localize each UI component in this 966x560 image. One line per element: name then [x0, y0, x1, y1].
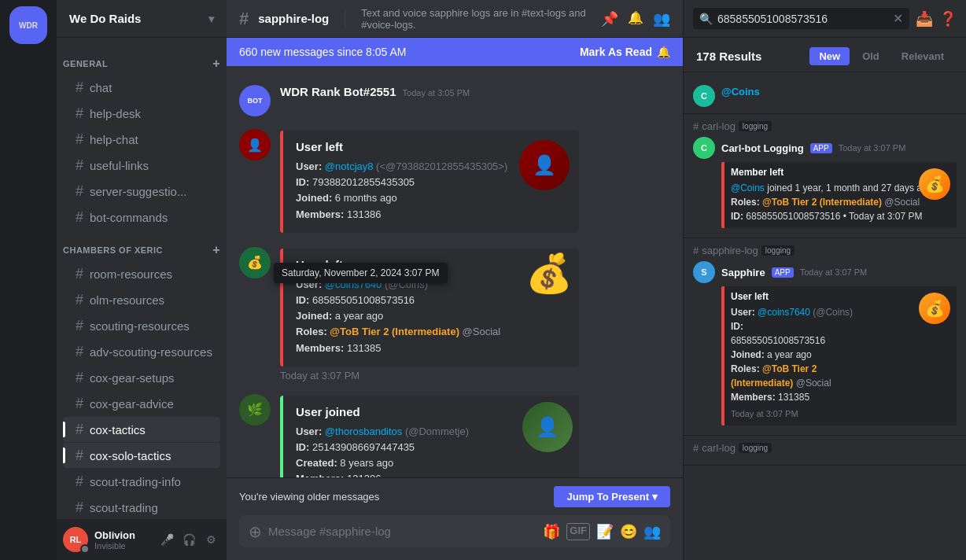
- embed-avatar-2: 💰: [239, 247, 271, 278]
- logging-tag-3: logging: [739, 443, 772, 453]
- result-embed-id-1: ID: 685855051008573516 • Today at 3:07 P…: [731, 209, 950, 223]
- sticker-icon[interactable]: 📝: [596, 523, 614, 540]
- sidebar-item-scout-trading-info[interactable]: # scout-trading-info: [63, 469, 220, 494]
- emoji-picker-icon[interactable]: 😊: [620, 523, 637, 540]
- sidebar-item-chat[interactable]: # chat: [63, 75, 220, 100]
- result-embed-user-2: User: @coins7640 (@Coins): [731, 305, 950, 319]
- gif-icon[interactable]: GIF: [566, 523, 590, 540]
- result-embed-roles-2: Roles: @ToB Tier 2(Intermediate) @Social: [731, 362, 950, 390]
- header-icons: 📌 🔔 👥: [601, 10, 670, 28]
- channel-label: scout-trading: [90, 501, 158, 514]
- right-panel: 🔍 ✕ 📥 ❓ 178 Results New Old Relevant C @…: [683, 0, 966, 560]
- logging-tag: logging: [739, 121, 772, 131]
- hash-icon: #: [693, 245, 699, 256]
- channel-sidebar: We Do Raids ▾ GENERAL + # chat # help-de…: [57, 0, 227, 560]
- server-icon-wdr[interactable]: WDR: [9, 6, 47, 44]
- user-avatar: RL: [63, 527, 88, 552]
- add-attachment-icon[interactable]: ⊕: [249, 516, 262, 547]
- hash-icon: #: [76, 318, 83, 334]
- notification-bar: 660 new messages since 8:05 AM Mark As R…: [227, 38, 683, 66]
- filter-old[interactable]: Old: [853, 47, 889, 65]
- channel-description: Text and voice sapphire logs are in #tex…: [361, 7, 592, 31]
- chevron-down-icon: ▾: [652, 491, 658, 503]
- main-chat: # sapphire-log Text and voice sapphire l…: [227, 0, 683, 560]
- sidebar-item-scout-trading[interactable]: # scout-trading: [63, 495, 220, 519]
- sidebar-item-cox-tactics[interactable]: # cox-tactics: [63, 417, 220, 442]
- msg-header: WDR Rank Bot#2551 Today at 3:05 PM: [280, 85, 470, 98]
- server-header[interactable]: We Do Raids ▾: [57, 0, 227, 38]
- embed-card-user-left-1: User left User: @notcjay8 (<@79388201285…: [280, 131, 579, 233]
- sidebar-item-olm-resources[interactable]: # olm-resources: [63, 287, 220, 312]
- close-search-icon[interactable]: ✕: [893, 11, 903, 26]
- notification-text: 660 new messages since 8:05 AM: [239, 46, 406, 58]
- result-item-sapphire-log: # sapphire-log logging S Sapphire APP To…: [684, 238, 966, 436]
- headphone-icon[interactable]: 🎧: [179, 530, 198, 549]
- jump-to-present-button[interactable]: Jump To Present ▾: [554, 486, 670, 507]
- older-messages-bar: You're viewing older messages Jump To Pr…: [227, 477, 683, 515]
- search-input[interactable]: [717, 13, 888, 25]
- msg-time: Today at 3:05 PM: [403, 88, 470, 98]
- settings-icon[interactable]: ⚙: [201, 530, 220, 549]
- mark-as-read-button[interactable]: Mark As Read 🔔: [580, 46, 670, 58]
- sidebar-item-room-resources[interactable]: # room-resources: [63, 261, 220, 286]
- results-count: 178 Results: [696, 50, 761, 63]
- pin-icon[interactable]: 📌: [601, 10, 618, 28]
- sidebar-item-help-desk[interactable]: # help-desk: [63, 101, 220, 126]
- help-icon[interactable]: ❓: [939, 10, 957, 28]
- channel-label: room-resources: [90, 267, 172, 281]
- chat-header: # sapphire-log Text and voice sapphire l…: [227, 0, 683, 38]
- members-icon[interactable]: 👥: [653, 10, 670, 28]
- microphone-icon[interactable]: 🎤: [157, 530, 176, 549]
- result-avatar-2: S: [693, 261, 715, 283]
- server-name: We Do Raids: [69, 12, 141, 25]
- result-embed-members-2: Members: 131385: [731, 390, 950, 404]
- sidebar-item-server-suggestions[interactable]: # server-suggestio...: [63, 179, 220, 204]
- sidebar-item-scouting-resources[interactable]: # scouting-resources: [63, 313, 220, 338]
- sidebar-item-adv-scouting[interactable]: # adv-scouting-resources: [63, 339, 220, 364]
- bell-slash-icon[interactable]: 🔔: [628, 10, 643, 28]
- result-embed-1: Member left @Coins joined 1 year, 1 mont…: [721, 162, 957, 228]
- result-author-1: Carl-bot Logging: [721, 142, 804, 154]
- channels-list: GENERAL + # chat # help-desk # help-chat…: [57, 38, 227, 519]
- add-channel-icon-cox[interactable]: +: [212, 243, 220, 257]
- hash-icon: #: [76, 209, 83, 226]
- filter-relevant[interactable]: Relevant: [892, 47, 953, 65]
- embed-avatar-1: 👤: [239, 129, 271, 160]
- server-icon-text: WDR: [19, 21, 38, 30]
- message-input[interactable]: [268, 515, 536, 547]
- embed-field-id-3: ID: 251439086697447435: [296, 440, 566, 455]
- hash-icon: #: [76, 131, 83, 148]
- user-controls: 🎤 🎧 ⚙: [157, 530, 220, 549]
- embed-field-roles-2: Roles: @ToB Tier 2 (Intermediate) @Socia…: [296, 325, 566, 339]
- channel-label: cox-gear-setups: [90, 371, 175, 385]
- channel-label: help-chat: [90, 133, 138, 146]
- sidebar-item-useful-links[interactable]: # useful-links: [63, 153, 220, 178]
- category-general: GENERAL +: [57, 44, 227, 74]
- result-channel-carl-log: # carl-log logging: [693, 120, 957, 132]
- channel-label: cox-solo-tactics: [90, 449, 171, 462]
- messages-area[interactable]: BOT WDR Rank Bot#2551 Today at 3:05 PM S…: [227, 66, 683, 477]
- sidebar-item-cox-gear-advice[interactable]: # cox-gear-advice: [63, 391, 220, 416]
- gift-icon[interactable]: 🎁: [543, 523, 560, 540]
- sidebar-item-cox-solo-tactics[interactable]: # cox-solo-tactics: [63, 443, 220, 468]
- sidebar-item-cox-gear-setups[interactable]: # cox-gear-setups: [63, 365, 220, 390]
- hash-icon: #: [76, 344, 83, 360]
- filter-new[interactable]: New: [809, 47, 850, 65]
- channel-label: olm-resources: [90, 293, 164, 307]
- message-group-user-joined: 🌿 User joined User: @thorosbanditos (@Do…: [227, 391, 683, 477]
- result-embed-thumb-2: 💰: [919, 293, 950, 324]
- user-area: RL Oblivion Invisible 🎤 🎧 ⚙: [57, 519, 227, 560]
- search-bar: 🔍 ✕ 📥 ❓: [684, 0, 966, 38]
- channel-label: chat: [90, 81, 112, 94]
- channel-name-sapphire: sapphire-log: [702, 245, 758, 256]
- add-channel-icon[interactable]: +: [212, 57, 220, 71]
- monitor-icon[interactable]: 📥: [916, 10, 933, 28]
- hash-icon: #: [76, 266, 83, 282]
- sidebar-item-help-chat[interactable]: # help-chat: [63, 127, 220, 152]
- category-cox: CHAMBERS OF XERIC +: [57, 230, 227, 260]
- embed-avatar-3: 🌿: [239, 394, 271, 426]
- hash-icon: #: [76, 499, 83, 516]
- people-icon[interactable]: 👥: [643, 523, 661, 540]
- sidebar-item-bot-commands[interactable]: # bot-commands: [63, 204, 220, 230]
- results-list: C @Coins # carl-log logging C Carl-bot L…: [684, 72, 966, 560]
